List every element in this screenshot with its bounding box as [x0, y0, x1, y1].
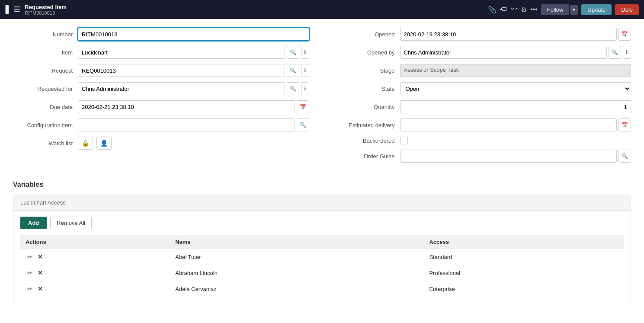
state-label: State — [335, 86, 400, 92]
panel-body: Add Remove All Actions Name Access ✏ ✕ A… — [13, 211, 631, 303]
stage-label: Stage — [335, 67, 400, 74]
follow-dropdown-button[interactable]: ▾ — [570, 5, 578, 15]
opened-label: Opened — [335, 31, 400, 38]
table-row: ✏ ✕ Abraham Lincoln Professional — [20, 265, 624, 281]
paperclip-icon[interactable]: 📎 — [488, 6, 497, 14]
row-name: Adela Cervantsz — [170, 281, 424, 297]
watch-list-row: Watch list 🔒 👤 — [13, 137, 309, 150]
row-access: Standard — [424, 249, 624, 265]
backordered-row: Backordered — [335, 137, 631, 144]
requested-for-row: Requested for 🔍 ℹ — [13, 82, 309, 95]
opened-input[interactable] — [400, 28, 617, 41]
col-actions: Actions — [20, 235, 170, 249]
page-title: Requested Item — [25, 4, 484, 10]
row-actions: ✏ ✕ — [20, 281, 170, 297]
opened-calendar-button[interactable]: 📅 — [618, 28, 631, 41]
menu-icon[interactable]: ☰ — [13, 5, 20, 14]
state-row: State Open Work in Progress Closed Compl… — [335, 82, 631, 95]
update-button[interactable]: Update — [581, 4, 612, 15]
order-guide-label: Order Guide — [335, 153, 400, 160]
request-info-button[interactable]: ℹ — [301, 64, 309, 77]
access-table: Actions Name Access ✏ ✕ Abel Tuter Stand… — [20, 235, 624, 297]
number-row: Number — [13, 28, 309, 41]
backordered-checkbox[interactable] — [400, 137, 408, 144]
variables-section: Variables Lucidchart Access Add Remove A… — [0, 176, 644, 312]
number-field — [78, 28, 309, 41]
order-guide-input[interactable] — [400, 150, 617, 163]
add-button[interactable]: Add — [20, 217, 47, 229]
due-date-calendar-button[interactable]: 📅 — [297, 100, 309, 113]
remove-all-button[interactable]: Remove All — [50, 217, 92, 229]
number-input[interactable] — [78, 28, 309, 41]
delete-row-button[interactable]: ✕ — [36, 269, 45, 277]
order-guide-row: Order Guide 🔍 — [335, 150, 631, 163]
due-date-label: Due date — [13, 104, 78, 110]
quantity-row: Quantity — [335, 100, 631, 113]
opened-by-row: Opened by 🔍 ℹ — [335, 46, 631, 59]
activity-icon[interactable]: 〰 — [510, 6, 517, 13]
item-search-button[interactable]: 🔍 — [287, 46, 299, 59]
watch-lock-button[interactable]: 🔒 — [78, 137, 93, 150]
requested-for-input[interactable] — [78, 82, 285, 95]
delete-row-button[interactable]: ✕ — [36, 285, 45, 293]
follow-button[interactable]: Follow — [541, 4, 570, 15]
form-left: Number Item 🔍 ℹ Request 🔍 ℹ Reques — [13, 28, 309, 168]
row-access: Professional — [424, 265, 624, 281]
more-icon[interactable]: ••• — [530, 6, 538, 13]
request-input[interactable] — [78, 64, 285, 77]
config-item-search-button[interactable]: 🔍 — [297, 118, 309, 131]
item-row: Item 🔍 ℹ — [13, 46, 309, 59]
edit-row-button[interactable]: ✏ — [26, 269, 34, 277]
requested-for-field: 🔍 ℹ — [78, 82, 309, 95]
opened-by-info-button[interactable]: ℹ — [623, 46, 631, 59]
state-select[interactable]: Open Work in Progress Closed Complete Cl… — [400, 82, 631, 95]
record-id: RITM0010013 — [25, 10, 484, 16]
est-delivery-input[interactable] — [400, 118, 617, 131]
due-date-row: Due date 📅 — [13, 100, 309, 113]
request-search-button[interactable]: 🔍 — [287, 64, 299, 77]
opened-field: 📅 — [400, 28, 631, 41]
stage-value: Assess or Scope Task — [400, 64, 631, 77]
request-row: Request 🔍 ℹ — [13, 64, 309, 77]
watch-person-button[interactable]: 👤 — [96, 137, 112, 150]
requested-for-label: Requested for — [13, 86, 78, 92]
form: Number Item 🔍 ℹ Request 🔍 ℹ Reques — [0, 19, 644, 176]
opened-row: Opened 📅 — [335, 28, 631, 41]
config-item-field: 🔍 — [78, 118, 309, 131]
sliders-icon[interactable]: ⚙ — [521, 6, 527, 14]
delete-row-button[interactable]: ✕ — [36, 253, 45, 261]
opened-by-input[interactable] — [400, 46, 607, 59]
item-info-button[interactable]: ℹ — [301, 46, 309, 59]
row-actions: ✏ ✕ — [20, 249, 170, 265]
quantity-field — [400, 100, 631, 113]
edit-row-button[interactable]: ✏ — [26, 253, 34, 261]
number-label: Number — [13, 31, 78, 38]
est-delivery-field: 📅 — [400, 118, 631, 131]
request-label: Request — [13, 67, 78, 74]
table-row: ✏ ✕ Abel Tuter Standard — [20, 249, 624, 265]
col-name: Name — [170, 235, 424, 249]
tag-icon[interactable]: 🏷 — [500, 6, 507, 13]
panel-header: Lucidchart Access — [13, 195, 631, 211]
item-field: 🔍 ℹ — [78, 46, 309, 59]
delete-button[interactable]: Dele — [615, 4, 639, 15]
requested-for-search-button[interactable]: 🔍 — [287, 82, 299, 95]
backordered-field — [400, 137, 631, 144]
stage-field-wrapper: Assess or Scope Task — [400, 64, 631, 77]
opened-by-field: 🔍 ℹ — [400, 46, 631, 59]
item-input[interactable] — [78, 46, 285, 59]
watch-list-label: Watch list — [13, 140, 78, 147]
est-delivery-calendar-button[interactable]: 📅 — [618, 118, 631, 131]
requested-for-info-button[interactable]: ℹ — [301, 82, 309, 95]
panel-actions: Add Remove All — [20, 217, 624, 229]
watch-list-field: 🔒 👤 — [78, 137, 309, 150]
edit-row-button[interactable]: ✏ — [26, 285, 34, 293]
quantity-input[interactable] — [400, 100, 631, 113]
backordered-label: Backordered — [335, 138, 400, 144]
due-date-input[interactable] — [78, 100, 295, 113]
back-button[interactable]: ‹ — [5, 5, 9, 14]
order-guide-search-button[interactable]: 🔍 — [618, 150, 631, 163]
state-field: Open Work in Progress Closed Complete Cl… — [400, 82, 631, 95]
config-item-input[interactable] — [78, 118, 295, 131]
opened-by-search-button[interactable]: 🔍 — [609, 46, 621, 59]
